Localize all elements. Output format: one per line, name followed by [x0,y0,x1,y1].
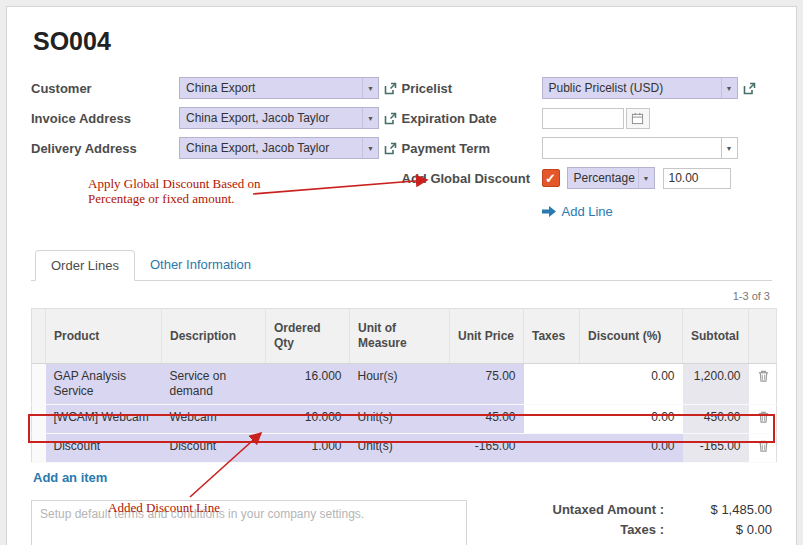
chevron-down-icon[interactable] [721,78,737,98]
chevron-down-icon[interactable] [721,138,737,158]
calendar-icon[interactable] [626,108,650,129]
discount-type-select[interactable]: Percentage [567,167,655,189]
annotation-discount-line: Added Discount Line [108,500,220,515]
payment-term-value [543,138,721,158]
payment-term-select[interactable] [542,137,738,159]
cell-discount[interactable]: 0.00 [580,405,683,434]
add-line-button[interactable]: Add Line [542,204,613,219]
col-taxes[interactable]: Taxes [524,309,580,364]
cell-uom[interactable]: Unit(s) [350,434,450,463]
global-discount-checkbox[interactable] [542,169,560,187]
invoice-address-label: Invoice Address [31,111,179,126]
table-row[interactable]: GAP Analysis Service Service on demand 1… [32,364,777,405]
expiration-date-input[interactable] [542,108,624,129]
arrow-right-icon [542,206,556,217]
chevron-down-icon[interactable] [638,168,654,188]
add-an-item-link[interactable]: Add an item [33,470,107,485]
customer-select[interactable]: China Export [179,77,379,99]
cell-unit-price[interactable]: 75.00 [450,364,524,405]
cell-qty[interactable]: 1.000 [266,434,350,463]
annotation-line-2: Percentage or fixed amount. [88,191,235,206]
customer-value: China Export [180,78,362,98]
pricelist-label: Pricelist [402,81,542,96]
taxes-label: Taxes : [620,522,664,537]
cell-qty[interactable]: 10.000 [266,405,350,434]
cell-uom[interactable]: Hour(s) [350,364,450,405]
payment-term-label: Payment Term [402,141,542,156]
col-discount[interactable]: Discount (%) [580,309,683,364]
cell-taxes[interactable] [524,364,580,405]
pricelist-value: Public Pricelist (USD) [543,78,721,98]
cell-discount[interactable]: 0.00 [580,434,683,463]
delivery-address-select[interactable]: China Export, Jacob Taylor [179,137,379,159]
untaxed-amount-value: $ 1,485.00 [664,502,772,517]
cell-product[interactable]: [WCAM] Webcam [46,405,162,434]
col-unit-of-measure[interactable]: Unit of Measure [350,309,450,364]
row-handle [32,364,46,405]
cell-qty[interactable]: 16.000 [266,364,350,405]
external-link-icon[interactable] [383,81,398,96]
delete-row-button[interactable] [749,434,777,463]
chevron-down-icon[interactable] [362,108,378,128]
delete-row-button[interactable] [749,405,777,434]
row-handle [32,434,46,463]
cell-subtotal: 1,200.00 [683,364,749,405]
annotation-line-1: Apply Global Discount Based on [88,176,261,191]
cell-description[interactable]: Discount [162,434,266,463]
cell-discount[interactable]: 0.00 [580,364,683,405]
handle-header [32,309,46,364]
sales-order-sheet: SO004 Customer China Export Invoice Addr… [6,6,797,545]
cell-unit-price[interactable]: -165.00 [450,434,524,463]
external-link-icon[interactable] [383,111,398,126]
order-lines-table-wrap: Product Description Ordered Qty Unit of … [31,308,772,486]
cell-product[interactable]: Discount [46,434,162,463]
external-link-icon[interactable] [742,81,757,96]
discount-amount-input[interactable] [663,168,731,189]
col-ordered-qty[interactable]: Ordered Qty [266,309,350,364]
discount-type-value: Percentage [568,168,638,188]
untaxed-amount-label: Untaxed Amount : [553,502,664,517]
cell-taxes[interactable] [524,434,580,463]
cell-unit-price[interactable]: 45.00 [450,405,524,434]
col-unit-price[interactable]: Unit Price [450,309,524,364]
totals-panel: Untaxed Amount : $ 1,485.00 Taxes : $ 0.… [493,500,772,545]
delete-row-button[interactable] [749,364,777,405]
add-line-label: Add Line [562,204,613,219]
page-title: SO004 [33,27,772,56]
table-row-discount[interactable]: Discount Discount 1.000 Unit(s) -165.00 … [32,434,777,463]
add-global-discount-label: Add Global Discount [402,171,542,186]
trash-icon [757,439,770,453]
taxes-value: $ 0.00 [664,522,772,537]
expiration-date-label: Expiration Date [402,111,542,126]
pricelist-select[interactable]: Public Pricelist (USD) [542,77,738,99]
chevron-down-icon[interactable] [362,138,378,158]
cell-description[interactable]: Service on demand [162,364,266,405]
col-product[interactable]: Product [46,309,162,364]
trash-icon [757,410,770,424]
cell-description[interactable]: Webcam [162,405,266,434]
terms-textarea[interactable] [31,500,467,545]
tab-order-lines[interactable]: Order Lines [35,250,135,281]
notebook-tabs: Order Lines Other Information [31,250,772,281]
pager[interactable]: 1-3 of 3 [31,290,770,302]
tab-other-information[interactable]: Other Information [135,250,266,280]
cell-product[interactable]: GAP Analysis Service [46,364,162,405]
external-link-icon[interactable] [383,141,398,156]
col-actions [749,309,777,364]
cell-subtotal: -165.00 [683,434,749,463]
col-description[interactable]: Description [162,309,266,364]
cell-taxes[interactable] [524,405,580,434]
cell-uom[interactable]: Unit(s) [350,405,450,434]
delivery-address-value: China Export, Jacob Taylor [180,138,362,158]
trash-icon [757,369,770,383]
invoice-address-select[interactable]: China Export, Jacob Taylor [179,107,379,129]
order-lines-table: Product Description Ordered Qty Unit of … [31,308,777,463]
table-row[interactable]: [WCAM] Webcam Webcam 10.000 Unit(s) 45.0… [32,405,777,434]
annotation-global-discount: Apply Global Discount Based on Percentag… [88,176,278,206]
row-handle [32,405,46,434]
col-subtotal[interactable]: Subtotal [683,309,749,364]
delivery-address-label: Delivery Address [31,141,179,156]
customer-label: Customer [31,81,179,96]
chevron-down-icon[interactable] [362,78,378,98]
cell-subtotal: 450.00 [683,405,749,434]
